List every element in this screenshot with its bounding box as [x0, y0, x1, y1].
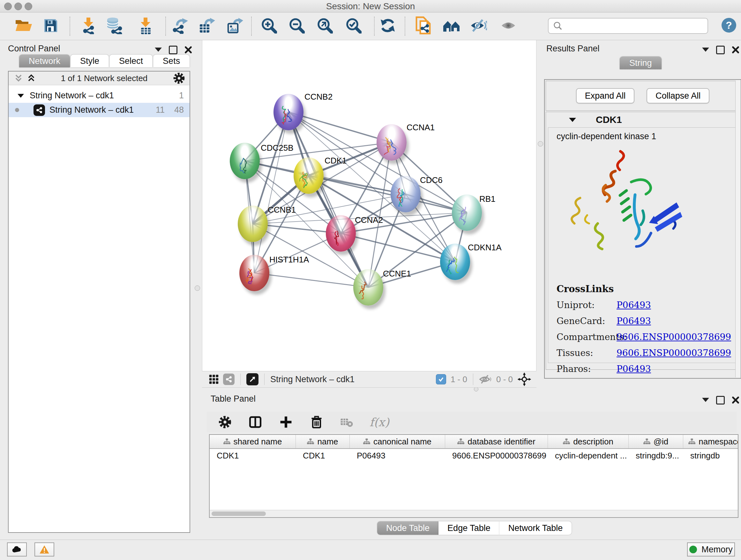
tab-node-table[interactable]: Node Table — [377, 521, 439, 535]
column-header-shared-name[interactable]: shared name — [210, 435, 296, 448]
network-node-rb1[interactable] — [452, 194, 482, 231]
warning-status-button[interactable] — [35, 543, 54, 557]
results-expand-collapse-bar: Expand All Collapse All — [546, 81, 740, 111]
help-button[interactable]: ? — [722, 18, 736, 33]
export-network-icon[interactable] — [172, 17, 188, 35]
maximize-panel-icon[interactable] — [716, 396, 725, 405]
collection-expand-icon[interactable] — [17, 94, 24, 101]
network-collection-row[interactable]: String Network – cdk1 1 — [9, 88, 190, 103]
string-home-icon[interactable] — [443, 18, 461, 34]
crosslink-link[interactable]: 9606.ENSP00000378699 — [616, 332, 731, 342]
maximize-panel-icon[interactable] — [169, 46, 178, 54]
section-collapse-icon[interactable] — [569, 118, 576, 125]
network-node-ccnb1[interactable] — [238, 206, 268, 242]
table-header-row: shared namenamecanonical namedatabase id… — [210, 435, 738, 449]
tab-network[interactable]: Network — [19, 55, 70, 67]
fit-selected-crosshair-icon[interactable] — [517, 372, 531, 386]
network-node-hist1h1a[interactable] — [239, 255, 269, 291]
protein-thumbnail-icon — [332, 225, 350, 246]
status-bar: Memory — [0, 540, 741, 560]
memory-button[interactable]: Memory — [687, 543, 735, 557]
results-scrollbar[interactable] — [735, 80, 740, 377]
expand-all-button[interactable]: Expand All — [576, 88, 635, 104]
show-all-icon[interactable] — [500, 18, 517, 34]
crosslink-link[interactable]: P06493 — [616, 316, 651, 326]
protein-section-header[interactable]: CDK1 — [546, 112, 739, 127]
close-panel-icon[interactable] — [732, 46, 739, 54]
float-panel-icon[interactable] — [702, 48, 709, 55]
close-panel-icon[interactable] — [185, 46, 192, 54]
protein-thumbnail-icon — [458, 204, 476, 225]
birdseye-view-icon[interactable] — [246, 373, 259, 385]
crosslink-link[interactable]: 9606.ENSP00000378699 — [616, 348, 731, 358]
table-row[interactable]: CDK1CDK1P064939606.ENSP00000378699cyclin… — [210, 449, 738, 462]
protein-thumbnail-icon — [446, 253, 464, 274]
manage-columns-icon[interactable] — [248, 415, 262, 429]
tab-select[interactable]: Select — [110, 55, 152, 67]
column-header-canonical-name[interactable]: canonical name — [350, 435, 445, 448]
tab-network-table[interactable]: Network Table — [499, 521, 572, 535]
crosslink-link[interactable]: P06493 — [616, 364, 651, 374]
zoom-in-icon[interactable] — [261, 17, 277, 35]
network-node-ccnb2[interactable] — [273, 94, 304, 130]
network-node-ccne1[interactable] — [353, 269, 383, 306]
table-panel-title: Table Panel — [211, 394, 256, 404]
selected-checkbox-icon[interactable] — [436, 374, 446, 384]
refresh-icon[interactable] — [380, 17, 396, 35]
scrollbar-thumb[interactable] — [212, 511, 266, 516]
open-session-icon[interactable] — [15, 18, 33, 34]
clone-network-icon[interactable] — [415, 16, 432, 36]
add-column-icon[interactable] — [279, 415, 293, 429]
hide-selected-icon[interactable] — [470, 18, 487, 35]
hidden-node-edge-counts: 0 - 0 — [496, 374, 513, 384]
cloud-status-button[interactable] — [7, 543, 27, 557]
network-node-cdc6[interactable] — [391, 176, 421, 212]
float-panel-icon[interactable] — [702, 398, 709, 406]
search-box[interactable] — [548, 18, 708, 34]
collapse-all-icon[interactable] — [14, 74, 23, 82]
tab-style[interactable]: Style — [71, 55, 109, 67]
table-settings-gear-icon[interactable] — [218, 415, 232, 429]
node-label-hist1h1a: HIST1H1A — [269, 255, 309, 265]
float-panel-icon[interactable] — [155, 48, 162, 55]
table-horizontal-scrollbar[interactable] — [210, 510, 738, 517]
network-row[interactable]: String Network – cdk1 11 48 — [9, 103, 190, 117]
bottom-splitter-handle[interactable] — [474, 387, 478, 391]
grid-view-icon[interactable] — [208, 374, 219, 385]
network-node-ccna2[interactable] — [326, 215, 356, 252]
column-header--id[interactable]: @id — [629, 435, 683, 448]
tab-sets[interactable]: Sets — [153, 55, 190, 67]
close-panel-icon[interactable] — [732, 396, 739, 404]
zoom-fit-icon[interactable] — [317, 17, 333, 35]
gear-icon[interactable] — [173, 72, 185, 84]
current-network-name: String Network – cdk1 — [270, 374, 354, 384]
import-network-database-icon[interactable] — [105, 17, 123, 36]
tab-string[interactable]: String — [620, 57, 662, 69]
network-node-cdk1[interactable] — [293, 158, 324, 194]
column-header-description[interactable]: description — [548, 435, 629, 448]
import-table-file-icon[interactable] — [138, 17, 153, 36]
expand-all-icon[interactable] — [27, 74, 36, 82]
search-icon — [553, 21, 562, 30]
network-view-type-icon[interactable] — [223, 374, 234, 385]
search-input[interactable] — [566, 21, 708, 31]
zoom-out-icon[interactable] — [289, 17, 305, 35]
zoom-selected-icon[interactable] — [346, 17, 361, 35]
export-table-icon[interactable] — [199, 17, 215, 35]
tab-edge-table[interactable]: Edge Table — [439, 521, 499, 535]
crosslink-link[interactable]: P06493 — [616, 300, 651, 310]
delete-column-trash-icon[interactable] — [310, 415, 324, 429]
network-node-ccna1[interactable] — [377, 124, 407, 161]
collapse-all-button[interactable]: Collapse All — [647, 88, 710, 104]
import-network-file-icon[interactable] — [80, 17, 96, 36]
save-session-icon[interactable] — [44, 18, 58, 34]
network-node-cdc25b[interactable] — [230, 143, 260, 179]
network-canvas[interactable]: CCNB2CCNA1CDC25BCDK1CDC6RB1CCNB1CCNA2CDK… — [202, 40, 536, 371]
column-header-namespace[interactable]: namespace — [683, 435, 738, 448]
column-header-database-identifier[interactable]: database identifier — [445, 435, 548, 448]
maximize-panel-icon[interactable] — [716, 46, 725, 54]
column-header-name[interactable]: name — [296, 435, 350, 448]
left-splitter-handle[interactable] — [195, 286, 200, 291]
export-image-icon[interactable] — [226, 17, 243, 35]
network-node-cdkn1a[interactable] — [440, 244, 470, 280]
